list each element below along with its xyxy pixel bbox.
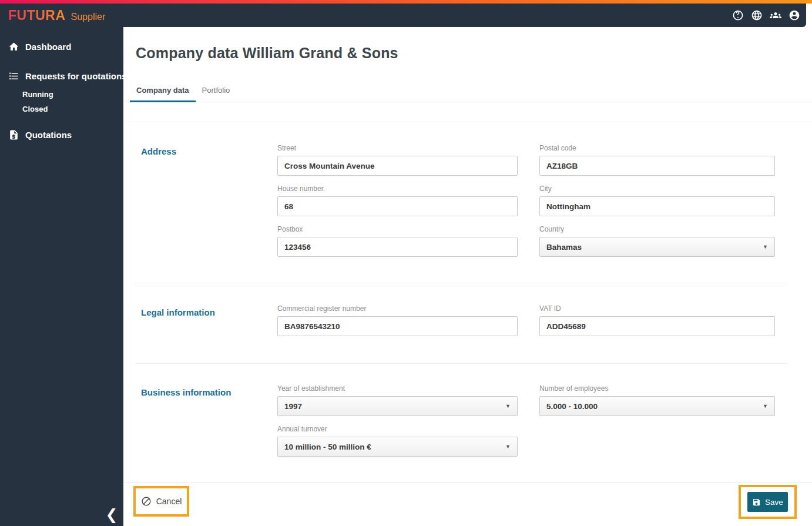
field-number-of-employees: Number of employees 5.000 - 10.000 ▼ [539, 384, 775, 416]
home-icon [8, 41, 19, 52]
block-icon [141, 496, 152, 507]
section-title-legal-information: Legal information [141, 307, 215, 317]
field-label: Commercial register number [277, 304, 518, 313]
house-number-input[interactable] [277, 196, 518, 216]
sidebar-item-label: Quotations [25, 130, 72, 140]
vat-id-input[interactable] [539, 316, 775, 336]
section-divider [135, 283, 787, 283]
app-window: FUTURA Supplier Dashboard [0, 0, 812, 526]
section-title-address: Address [141, 146, 176, 156]
tab-bar: Company data Portfolio [123, 86, 812, 102]
field-vat-id: VAT ID [539, 304, 775, 336]
field-postbox: Postbox [277, 225, 518, 257]
year-of-establishment-select[interactable]: 1997 ▼ [277, 396, 518, 416]
field-label: Year of establishment [277, 384, 518, 393]
field-year-of-establishment: Year of establishment 1997 ▼ [277, 384, 518, 416]
sidebar-subitem-closed[interactable]: Closed [0, 102, 123, 116]
postal-code-input[interactable] [539, 156, 775, 176]
sidebar-subitem-running[interactable]: Running [0, 87, 123, 102]
field-label: Number of employees [539, 384, 775, 393]
field-label: House number. [277, 185, 518, 193]
field-label: City [539, 185, 775, 193]
sidebar-item-quotations[interactable]: Quotations [0, 123, 123, 146]
sidebar: Dashboard Requests for quotations Runnin… [0, 4, 123, 526]
sidebar-collapse-chevron-icon[interactable]: ❮ [103, 504, 120, 524]
footer-divider [123, 483, 812, 483]
tab-company-data[interactable]: Company data [130, 86, 196, 102]
section-title-business-information: Business information [141, 387, 231, 397]
field-city: City [539, 185, 775, 216]
field-postal-code: Postal code [539, 144, 775, 176]
save-annotation-highlight: Save [739, 485, 797, 519]
top-header-bar: FUTURA Supplier [0, 4, 806, 27]
postbox-input[interactable] [277, 237, 518, 257]
main-content: Company data William Grand & Sons Compan… [123, 27, 812, 526]
field-street: Street [277, 144, 518, 176]
save-floppy-icon [752, 498, 761, 507]
quotation-receipt-icon [8, 129, 19, 140]
users-icon[interactable] [769, 9, 781, 22]
field-house-number: House number. [277, 185, 518, 216]
tab-portfolio[interactable]: Portfolio [196, 86, 237, 102]
field-label: Postal code [539, 144, 775, 152]
commercial-register-number-input[interactable] [277, 316, 518, 336]
field-annual-turnover: Annual turnover 10 million - 50 million … [277, 425, 518, 457]
field-label: Street [277, 144, 518, 152]
sidebar-item-dashboard[interactable]: Dashboard [0, 35, 123, 58]
save-button[interactable]: Save [747, 492, 788, 512]
sidebar-item-label: Dashboard [25, 42, 71, 52]
annual-turnover-select[interactable]: 10 million - 50 million € ▼ [277, 437, 518, 457]
topbar-icons [732, 9, 806, 22]
field-label: VAT ID [539, 304, 775, 313]
content-divider [123, 122, 812, 122]
sidebar-item-label: Requests for quotations [25, 71, 127, 81]
city-input[interactable] [539, 196, 775, 216]
brand-logo[interactable]: FUTURA Supplier [0, 8, 105, 24]
cancel-annotation-highlight: Cancel [133, 486, 189, 517]
field-label: Country [539, 225, 775, 233]
chevron-down-icon: ▼ [763, 244, 768, 250]
account-icon[interactable] [788, 9, 800, 22]
help-icon[interactable] [732, 9, 744, 22]
field-country: Country Bahamas ▼ [539, 225, 775, 257]
brand-name: FUTURA [8, 8, 66, 24]
page-title: Company data William Grand & Sons [136, 45, 398, 62]
street-input[interactable] [277, 156, 518, 176]
field-label: Postbox [277, 225, 518, 233]
list-icon [8, 71, 19, 82]
cancel-button[interactable]: Cancel [137, 494, 186, 509]
brand-product-label: Supplier [71, 12, 106, 22]
field-commercial-register-number: Commercial register number [277, 304, 518, 336]
section-divider [135, 363, 787, 364]
chevron-down-icon: ▼ [505, 444, 511, 450]
field-label: Annual turnover [277, 425, 518, 433]
language-globe-icon[interactable] [750, 9, 763, 22]
sidebar-item-requests-for-quotations[interactable]: Requests for quotations [0, 65, 123, 87]
number-of-employees-select[interactable]: 5.000 - 10.000 ▼ [539, 396, 775, 416]
chevron-down-icon: ▼ [505, 403, 511, 409]
chevron-down-icon: ▼ [763, 403, 768, 409]
country-select[interactable]: Bahamas ▼ [539, 237, 775, 257]
